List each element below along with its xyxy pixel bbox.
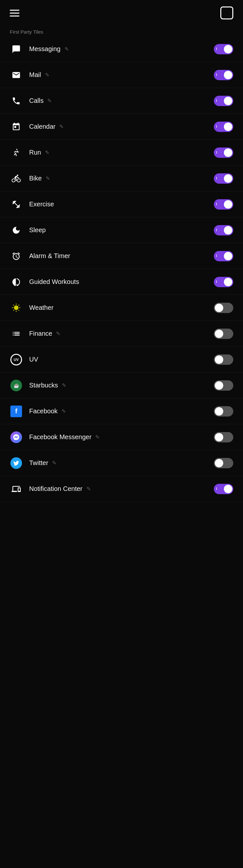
finance-label: Finance ✎ xyxy=(29,330,214,337)
edit-icon[interactable]: ✎ xyxy=(62,382,66,389)
weather-icon xyxy=(10,303,23,312)
calls-toggle[interactable]: I xyxy=(214,96,233,106)
notification-center-icon xyxy=(10,483,23,495)
weather-label: Weather xyxy=(29,304,214,311)
run-label: Run ✎ xyxy=(29,149,214,156)
list-item: Alarm & Timer I xyxy=(0,243,243,269)
messaging-toggle[interactable]: I xyxy=(214,44,233,54)
guided-workouts-icon xyxy=(10,277,23,286)
list-item: f Facebook ✎ xyxy=(0,398,243,424)
calls-icon xyxy=(10,96,23,105)
section-header: First Party Tiles xyxy=(0,26,243,36)
notification-center-toggle[interactable]: I xyxy=(214,484,233,494)
edit-icon[interactable]: ✎ xyxy=(47,98,52,104)
list-item: UV UV xyxy=(0,347,243,373)
edit-icon[interactable]: ✎ xyxy=(45,72,49,78)
guided-workouts-toggle[interactable]: I xyxy=(214,277,233,287)
alarm-toggle[interactable]: I xyxy=(214,251,233,261)
alarm-icon xyxy=(10,252,23,261)
calendar-icon xyxy=(10,122,23,131)
sleep-toggle[interactable]: I xyxy=(214,225,233,236)
edit-icon[interactable]: ✎ xyxy=(86,486,91,492)
bike-label: Bike ✎ xyxy=(29,175,214,182)
starbucks-icon: ☕ xyxy=(10,380,23,391)
twitter-icon xyxy=(10,457,23,469)
alarm-label: Alarm & Timer xyxy=(29,252,214,260)
sleep-label: Sleep xyxy=(29,226,214,234)
messaging-label: Messaging ✎ xyxy=(29,45,214,53)
list-item: Calendar ✎ I xyxy=(0,114,243,140)
list-item: Notification Center ✎ I xyxy=(0,476,243,502)
twitter-label: Twitter ✎ xyxy=(29,459,214,467)
facebook-icon: f xyxy=(10,406,23,417)
finance-toggle[interactable] xyxy=(214,329,233,339)
edit-icon[interactable]: ✎ xyxy=(52,460,56,466)
mail-label: Mail ✎ xyxy=(29,71,214,79)
bike-toggle[interactable]: I xyxy=(214,173,233,184)
header xyxy=(0,0,243,26)
calendar-toggle[interactable]: I xyxy=(214,122,233,132)
mail-toggle[interactable]: I xyxy=(214,70,233,80)
list-item: Run ✎ I xyxy=(0,140,243,165)
facebook-messenger-label: Facebook Messenger ✎ xyxy=(29,433,214,441)
messenger-icon xyxy=(10,431,23,443)
list-item: Mail ✎ I xyxy=(0,62,243,88)
mail-icon xyxy=(10,70,23,80)
calendar-label: Calendar ✎ xyxy=(29,123,214,130)
edit-icon[interactable]: ✎ xyxy=(56,331,60,337)
sleep-icon xyxy=(10,226,23,235)
guided-workouts-label: Guided Workouts xyxy=(29,278,214,285)
list-item: Messaging ✎ I xyxy=(0,36,243,62)
edit-icon[interactable]: ✎ xyxy=(61,408,66,414)
finance-icon xyxy=(10,329,23,338)
items-list: Messaging ✎ I Mail ✎ I xyxy=(0,36,243,502)
list-item: Weather xyxy=(0,295,243,321)
edit-icon[interactable]: ✎ xyxy=(46,175,50,181)
list-item: Twitter ✎ xyxy=(0,450,243,476)
uv-label: UV xyxy=(29,356,214,363)
edit-icon[interactable]: ✎ xyxy=(64,46,69,52)
weather-toggle[interactable] xyxy=(214,303,233,313)
edit-icon[interactable]: ✎ xyxy=(59,124,63,130)
list-item: Exercise I xyxy=(0,191,243,217)
svg-point-0 xyxy=(16,149,18,150)
watch-icon[interactable] xyxy=(220,6,233,20)
run-toggle[interactable]: I xyxy=(214,148,233,158)
hamburger-menu[interactable] xyxy=(10,10,20,17)
uv-icon: UV xyxy=(10,354,23,366)
calls-label: Calls ✎ xyxy=(29,97,214,104)
edit-icon[interactable]: ✎ xyxy=(95,434,100,440)
run-icon xyxy=(10,148,23,157)
bike-icon xyxy=(10,174,23,183)
list-item: ☕ Starbucks ✎ xyxy=(0,373,243,398)
list-item: Guided Workouts I xyxy=(0,269,243,295)
edit-icon[interactable]: ✎ xyxy=(45,149,49,156)
list-item: Bike ✎ I xyxy=(0,165,243,191)
notification-center-label: Notification Center ✎ xyxy=(29,485,214,493)
facebook-messenger-toggle[interactable] xyxy=(214,432,233,442)
list-item: Calls ✎ I xyxy=(0,88,243,114)
exercise-toggle[interactable]: I xyxy=(214,199,233,210)
list-item: Finance ✎ xyxy=(0,321,243,347)
starbucks-toggle[interactable] xyxy=(214,380,233,391)
uv-toggle[interactable] xyxy=(214,354,233,365)
facebook-toggle[interactable] xyxy=(214,406,233,416)
facebook-label: Facebook ✎ xyxy=(29,407,214,415)
exercise-icon xyxy=(10,200,23,209)
starbucks-label: Starbucks ✎ xyxy=(29,382,214,389)
list-item: Sleep I xyxy=(0,217,243,243)
messaging-icon xyxy=(10,44,23,54)
exercise-label: Exercise xyxy=(29,200,214,208)
twitter-toggle[interactable] xyxy=(214,458,233,468)
list-item: Facebook Messenger ✎ xyxy=(0,424,243,450)
